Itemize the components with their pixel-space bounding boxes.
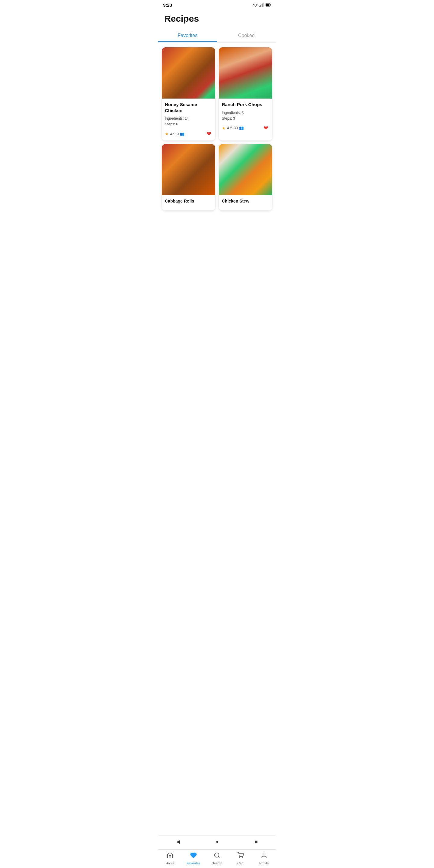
search-icon bbox=[214, 852, 220, 861]
review-count-2: 39 👥 bbox=[234, 126, 244, 130]
nav-item-cart[interactable]: Cart bbox=[229, 852, 252, 865]
profile-icon bbox=[261, 852, 267, 861]
favorites-icon bbox=[190, 852, 197, 861]
status-time: 9:23 bbox=[163, 2, 172, 7]
nav-label-favorites: Favorites bbox=[187, 861, 200, 865]
android-home-button[interactable]: ● bbox=[211, 837, 224, 847]
nav-item-search[interactable]: Search bbox=[205, 852, 229, 865]
android-recent-button[interactable]: ■ bbox=[250, 837, 263, 847]
wifi-icon bbox=[253, 3, 258, 7]
favorite-button-2[interactable]: ❤ bbox=[263, 124, 269, 132]
recipe-rating-1: ★ 4.9 9 👥 bbox=[165, 131, 184, 136]
svg-point-10 bbox=[239, 858, 240, 858]
recipe-card-1[interactable]: Honey Sesame Chicken Ingredients: 14 Ste… bbox=[162, 47, 215, 141]
svg-rect-2 bbox=[261, 5, 261, 7]
recipe-details-1: Ingredients: 14 Steps: 6 bbox=[165, 116, 212, 127]
nav-item-home[interactable]: Home bbox=[158, 852, 182, 865]
rating-value-2: 4.5 bbox=[227, 126, 232, 130]
recipe-info-4: Chicken Stew bbox=[219, 195, 272, 209]
recipe-card-3[interactable]: Cabbage Rolls bbox=[162, 144, 215, 210]
svg-rect-3 bbox=[261, 4, 262, 7]
svg-point-11 bbox=[242, 858, 243, 858]
people-icon-1: 👥 bbox=[180, 132, 184, 136]
recipe-info-3: Cabbage Rolls bbox=[162, 195, 215, 209]
recipe-name-2: Ranch Pork Chops bbox=[222, 101, 269, 107]
status-icons bbox=[253, 3, 271, 7]
recipe-footer-2: ★ 4.5 39 👥 ❤ bbox=[222, 124, 269, 132]
star-icon-1: ★ bbox=[165, 131, 169, 136]
nav-label-search: Search bbox=[212, 861, 222, 865]
recipe-card-2[interactable]: Ranch Pork Chops Ingredients: 3 Steps: 3… bbox=[219, 47, 272, 141]
favorite-button-1[interactable]: ❤ bbox=[206, 130, 212, 138]
status-bar: 9:23 bbox=[158, 0, 276, 9]
recipe-image-4 bbox=[219, 144, 272, 195]
home-icon bbox=[167, 852, 173, 861]
svg-rect-1 bbox=[259, 6, 260, 7]
svg-point-8 bbox=[215, 853, 219, 858]
nav-label-cart: Cart bbox=[238, 861, 244, 865]
tab-cooked[interactable]: Cooked bbox=[217, 30, 276, 42]
svg-line-9 bbox=[218, 857, 219, 858]
recipe-rating-2: ★ 4.5 39 👥 bbox=[222, 126, 244, 130]
nav-label-home: Home bbox=[165, 861, 174, 865]
android-nav: ◀ ● ■ bbox=[158, 835, 276, 847]
heart-icon-1: ❤ bbox=[207, 130, 212, 137]
recipe-image-3 bbox=[162, 144, 215, 195]
svg-point-0 bbox=[255, 6, 255, 7]
nav-item-profile[interactable]: Profile bbox=[252, 852, 276, 865]
android-back-button[interactable]: ◀ bbox=[172, 836, 185, 847]
recipe-name-1: Honey Sesame Chicken bbox=[165, 101, 212, 113]
recipe-footer-1: ★ 4.9 9 👥 ❤ bbox=[165, 130, 212, 138]
recipe-image-2 bbox=[219, 47, 272, 98]
tabs-container: Favorites Cooked bbox=[158, 30, 276, 42]
nav-label-profile: Profile bbox=[259, 861, 269, 865]
recipe-grid: Honey Sesame Chicken Ingredients: 14 Ste… bbox=[158, 47, 276, 235]
svg-point-12 bbox=[263, 853, 265, 855]
header: Recipes bbox=[158, 9, 276, 26]
recipe-info-2: Ranch Pork Chops Ingredients: 3 Steps: 3… bbox=[219, 98, 272, 135]
heart-icon-2: ❤ bbox=[264, 125, 269, 131]
signal-icon bbox=[259, 3, 264, 7]
nav-item-favorites[interactable]: Favorites bbox=[182, 852, 205, 865]
svg-rect-7 bbox=[266, 4, 270, 6]
recipe-image-1 bbox=[162, 47, 215, 98]
svg-rect-6 bbox=[270, 4, 271, 6]
people-icon-2: 👥 bbox=[239, 126, 244, 130]
tab-favorites[interactable]: Favorites bbox=[158, 30, 217, 42]
recipe-info-1: Honey Sesame Chicken Ingredients: 14 Ste… bbox=[162, 98, 215, 141]
rating-value-1: 4.9 bbox=[170, 132, 176, 136]
star-icon-2: ★ bbox=[222, 126, 226, 130]
battery-icon bbox=[266, 3, 271, 7]
recipe-details-2: Ingredients: 3 Steps: 3 bbox=[222, 110, 269, 121]
svg-rect-4 bbox=[263, 3, 264, 7]
recipe-name-4: Chicken Stew bbox=[222, 198, 269, 204]
review-count-1: 9 👥 bbox=[177, 132, 184, 136]
recipe-name-3: Cabbage Rolls bbox=[165, 198, 212, 204]
cart-icon bbox=[237, 852, 244, 861]
bottom-nav: Home Favorites Search Cart bbox=[158, 849, 276, 868]
page-title: Recipes bbox=[164, 13, 270, 24]
recipe-card-4[interactable]: Chicken Stew bbox=[219, 144, 272, 210]
